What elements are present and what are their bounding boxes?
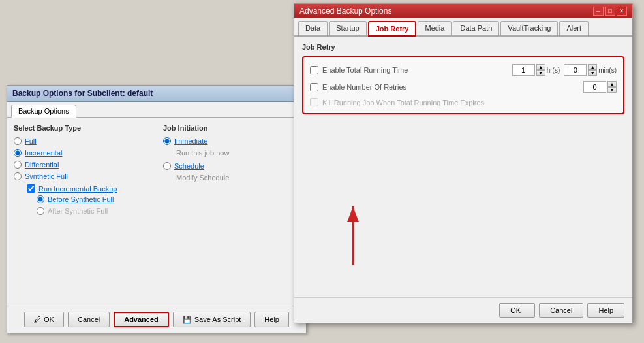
enable-number-of-retries-checkbox[interactable] — [310, 83, 318, 91]
kill-running-job-checkbox[interactable] — [310, 98, 318, 106]
radio-incremental-label[interactable]: Incremental — [25, 149, 62, 157]
radio-synthetic-full[interactable]: Synthetic Full — [14, 172, 150, 180]
advanced-backup-options-window: Advanced Backup Options ─ □ ✕ Data Start… — [294, 3, 633, 323]
hrs-input[interactable] — [512, 64, 535, 76]
advanced-cancel-button[interactable]: Cancel — [539, 303, 583, 318]
save-script-icon: 💾 — [183, 316, 192, 324]
enable-total-running-time-label: Enable Total Running Time — [322, 66, 508, 74]
backup-ok-button[interactable]: 🖊 OK — [24, 312, 64, 327]
retries-spinbox-buttons: ▲ ▼ — [607, 81, 617, 93]
min-spin-down[interactable]: ▼ — [588, 70, 597, 76]
advanced-ok-button[interactable]: OK — [499, 303, 535, 318]
tab-media[interactable]: Media — [418, 21, 452, 35]
run-incremental-checkbox[interactable] — [27, 184, 35, 193]
radio-schedule-label[interactable]: Schedule — [174, 162, 204, 170]
radio-incremental-input[interactable] — [14, 149, 22, 157]
backup-save-as-script-button[interactable]: 💾 Save As Script — [173, 312, 251, 327]
radio-full-input[interactable] — [14, 137, 22, 145]
backup-content: Select Backup Type Full Incremental Diff… — [7, 118, 306, 225]
enable-number-of-retries-label: Enable Number Of Retries — [322, 83, 579, 91]
radio-after-synthetic[interactable]: After Synthetic Full — [37, 207, 150, 215]
min-unit: min(s) — [598, 67, 617, 74]
retries-spinbox: ▲ ▼ — [583, 81, 617, 93]
tab-alert[interactable]: Alert — [559, 21, 589, 35]
backup-cancel-button[interactable]: Cancel — [68, 312, 110, 327]
radio-differential[interactable]: Differential — [14, 161, 150, 169]
kill-running-job-row: Kill Running Job When Total Running Time… — [310, 98, 617, 106]
radio-synthetic-full-input[interactable] — [14, 172, 22, 180]
retries-spin-up[interactable]: ▲ — [607, 81, 617, 87]
modify-schedule-text: Modify Schedule — [176, 174, 299, 182]
job-retry-box: Enable Total Running Time ▲ ▼ hr(s) ▲ ▼ — [302, 56, 624, 114]
radio-after-synthetic-input[interactable] — [37, 207, 44, 215]
backup-window-title: Backup Options for Subclient: default — [7, 86, 306, 102]
tab-startup[interactable]: Startup — [329, 21, 366, 35]
backup-options-window: Backup Options for Subclient: default Ba… — [7, 85, 307, 333]
advanced-bottom-buttons: OK Cancel Help — [294, 297, 632, 323]
hrs-spinbox-buttons: ▲ ▼ — [536, 64, 545, 76]
job-retry-section-label: Job Retry — [302, 43, 624, 51]
advanced-tabs: Data Startup Job Retry Media Data Path V… — [294, 18, 632, 37]
radio-immediate[interactable]: Immediate — [163, 137, 299, 145]
run-incremental-checkbox-item[interactable]: Run Incremental Backup — [27, 184, 150, 193]
backup-type-column: Select Backup Type Full Incremental Diff… — [14, 124, 150, 219]
number-of-retries-row: Enable Number Of Retries ▲ ▼ — [310, 81, 617, 93]
hrs-unit: hr(s) — [547, 67, 560, 74]
tab-vault-tracking[interactable]: VaultTracking — [500, 21, 558, 35]
ok-icon: 🖊 — [34, 316, 41, 323]
radio-full-label[interactable]: Full — [25, 137, 37, 145]
radio-schedule-input[interactable] — [163, 162, 171, 170]
advanced-window-title: Advanced Backup Options — [299, 7, 391, 16]
radio-schedule[interactable]: Schedule — [163, 162, 299, 170]
radio-immediate-label[interactable]: Immediate — [174, 137, 207, 145]
job-initiation-label: Job Initiation — [163, 124, 299, 132]
enable-total-running-time-checkbox[interactable] — [310, 66, 318, 74]
total-running-time-row: Enable Total Running Time ▲ ▼ hr(s) ▲ ▼ — [310, 64, 617, 76]
min-spinbox-buttons: ▲ ▼ — [588, 64, 597, 76]
advanced-content: Job Retry Enable Total Running Time ▲ ▼ … — [294, 37, 632, 127]
radio-immediate-input[interactable] — [163, 137, 171, 145]
radio-before-synthetic[interactable]: Before Synthetic Full — [37, 195, 150, 203]
run-job-now-text: Run this job now — [176, 149, 299, 157]
arrow-indicator — [327, 193, 405, 272]
hrs-spinbox: ▲ ▼ hr(s) — [512, 64, 560, 76]
advanced-help-button[interactable]: Help — [587, 303, 624, 318]
min-spinbox: ▲ ▼ min(s) — [564, 64, 617, 76]
retries-input[interactable] — [583, 81, 606, 93]
hrs-spin-up[interactable]: ▲ — [536, 64, 545, 70]
select-backup-type-label: Select Backup Type — [14, 124, 150, 132]
radio-before-synthetic-label[interactable]: Before Synthetic Full — [48, 195, 114, 203]
close-button[interactable]: ✕ — [617, 7, 627, 16]
radio-differential-label[interactable]: Differential — [25, 161, 59, 169]
min-input[interactable] — [564, 64, 587, 76]
kill-running-job-label: Kill Running Job When Total Running Time… — [322, 99, 484, 106]
backup-bottom-buttons: 🖊 OK Cancel Advanced 💾 Save As Script He… — [7, 306, 306, 333]
radio-before-synthetic-input[interactable] — [37, 195, 44, 203]
advanced-title-bar: Advanced Backup Options ─ □ ✕ — [294, 4, 632, 18]
tab-data-path[interactable]: Data Path — [453, 21, 499, 35]
title-buttons: ─ □ ✕ — [593, 7, 627, 16]
job-initiation-column: Job Initiation Immediate Run this job no… — [163, 124, 299, 219]
radio-after-synthetic-label[interactable]: After Synthetic Full — [48, 207, 108, 215]
backup-advanced-button[interactable]: Advanced — [114, 312, 169, 327]
radio-differential-input[interactable] — [14, 161, 22, 169]
min-spin-up[interactable]: ▲ — [588, 64, 597, 70]
tab-backup-options[interactable]: Backup Options — [11, 105, 76, 118]
retries-spin-down[interactable]: ▼ — [607, 87, 617, 93]
tab-job-retry[interactable]: Job Retry — [368, 21, 417, 37]
minimize-button[interactable]: ─ — [593, 7, 604, 16]
backup-help-button[interactable]: Help — [254, 312, 289, 327]
radio-synthetic-full-label[interactable]: Synthetic Full — [25, 172, 68, 180]
maximize-button[interactable]: □ — [605, 7, 615, 16]
radio-full[interactable]: Full — [14, 137, 150, 145]
radio-incremental[interactable]: Incremental — [14, 149, 150, 157]
run-incremental-label[interactable]: Run Incremental Backup — [38, 185, 117, 193]
hrs-spin-down[interactable]: ▼ — [536, 70, 545, 76]
backup-tabs: Backup Options — [7, 102, 306, 118]
tab-data[interactable]: Data — [298, 21, 328, 35]
